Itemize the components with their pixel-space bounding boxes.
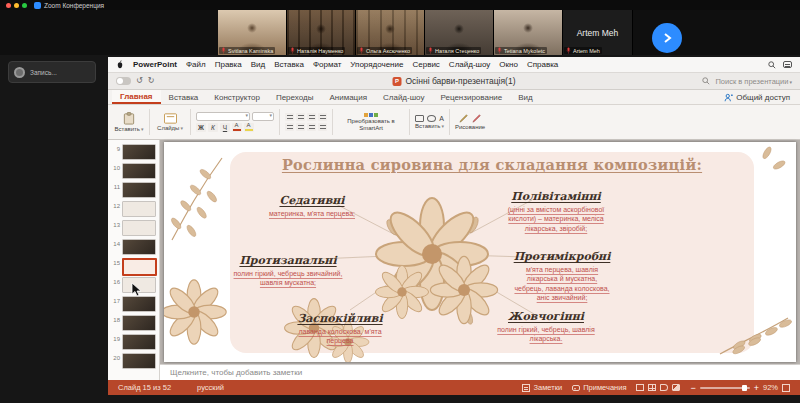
italic-button[interactable]: К	[208, 123, 218, 132]
undo-icon[interactable]: ↺	[136, 77, 143, 85]
video-tile[interactable]: Наталя Стеценко	[425, 10, 494, 55]
section-polyvitamin[interactable]: Полівітамінні (цінні за вмістом аскорбін…	[494, 190, 618, 233]
notes-toggle[interactable]: Заметки	[522, 383, 562, 392]
video-tile[interactable]: Ольга Аксюченко	[356, 10, 425, 55]
menu-item-help[interactable]: Справка	[527, 60, 558, 69]
menubar-status-icons	[768, 61, 792, 69]
paste-button[interactable]: Вставить	[114, 112, 144, 132]
tab-view[interactable]: Вид	[510, 90, 540, 104]
muted-mic-icon	[290, 47, 295, 54]
menu-item-insert[interactable]: Вставка	[274, 60, 304, 69]
participant-nameplate: Наталія Науменко	[288, 47, 345, 54]
slide-sorter-view-button[interactable]	[648, 384, 656, 391]
insert-shapes-group[interactable]: А Вставить	[415, 115, 444, 129]
document-title[interactable]: Осінні барви-презентація(1)	[406, 76, 516, 86]
convert-to-smartart-button[interactable]: Преобразовать в SmartArt	[338, 113, 404, 132]
zoom-level[interactable]: 92%	[763, 383, 778, 392]
menu-item-window[interactable]: Окно	[499, 60, 518, 69]
tab-insert[interactable]: Вставка	[161, 90, 207, 104]
tab-design[interactable]: Конструктор	[206, 90, 268, 104]
font-name-box[interactable]	[196, 112, 250, 121]
section-sedative[interactable]: Седативні материнка, м'ята перцева;	[267, 194, 357, 218]
section-antimicrobial[interactable]: Протимікробні м'ята перцева, шавлія ліка…	[513, 250, 611, 303]
underline-button[interactable]: Ч	[220, 123, 230, 132]
zoom-in-button[interactable]	[754, 383, 759, 393]
next-participants-button[interactable]	[652, 23, 682, 53]
menu-item-tools[interactable]: Сервис	[412, 60, 439, 69]
control-center-icon[interactable]	[783, 61, 792, 68]
search-icon[interactable]	[768, 61, 776, 69]
section-calming[interactable]: Заспокійливі лаванда колоскова, м'ята пе…	[294, 312, 386, 346]
numbering-button[interactable]	[296, 113, 305, 121]
slide-thumbnail-19[interactable]: 19	[108, 333, 159, 352]
search-in-presentation[interactable]: Поиск в презентации	[715, 77, 792, 86]
highlight-color-button[interactable]	[244, 123, 254, 132]
autosave-toggle[interactable]	[116, 77, 131, 85]
menu-item-view[interactable]: Вид	[251, 60, 265, 69]
slide-thumbnail-18[interactable]: 18	[108, 314, 159, 333]
tab-review[interactable]: Рецензирование	[432, 90, 510, 104]
slide-thumbnail-16[interactable]: 16	[108, 276, 159, 295]
align-left-button[interactable]	[285, 123, 294, 131]
shape-rect-icon	[415, 115, 424, 122]
slideshow-view-button[interactable]	[672, 384, 680, 391]
font-size-box[interactable]	[252, 112, 274, 121]
section-antiinflammatory[interactable]: Протизапальні полин гіркий, чебрець звич…	[233, 254, 343, 288]
tab-animations[interactable]: Анимация	[321, 90, 375, 104]
slide-thumbnail-9[interactable]: 9	[108, 143, 159, 162]
fit-to-window-button[interactable]	[782, 384, 790, 392]
slide-thumbnail-17[interactable]: 17	[108, 295, 159, 314]
zoom-slider[interactable]	[700, 387, 750, 389]
bold-button[interactable]: Ж	[196, 123, 206, 132]
tab-slideshow[interactable]: Слайд-шоу	[375, 90, 432, 104]
align-center-button[interactable]	[296, 123, 305, 131]
reading-view-button[interactable]	[660, 384, 668, 391]
slide-title[interactable]: Рослинна сировина для складання композиц…	[230, 156, 754, 173]
floating-widget[interactable]: Запись...	[8, 61, 96, 83]
indent-decrease-button[interactable]	[307, 113, 316, 121]
slide-thumbnail-11[interactable]: 11	[108, 181, 159, 200]
menu-item-arrange[interactable]: Упорядочение	[350, 60, 403, 69]
maximize-window-button[interactable]	[22, 3, 27, 8]
redo-icon[interactable]: ↻	[148, 77, 155, 85]
apple-menu-icon[interactable]	[116, 60, 124, 69]
slide-thumbnail-20[interactable]: 20	[108, 352, 159, 371]
tab-transitions[interactable]: Переходы	[268, 90, 322, 104]
font-color-button[interactable]	[232, 123, 242, 132]
search-icon[interactable]	[702, 77, 710, 85]
slide-thumbnail-10[interactable]: 10	[108, 162, 159, 181]
minimize-window-button[interactable]	[14, 3, 19, 8]
notes-pane[interactable]: Щелкните, чтобы добавить заметки	[160, 364, 800, 380]
video-tile[interactable]: Tetiana Mykoletc	[494, 10, 563, 55]
menu-item-format[interactable]: Формат	[313, 60, 341, 69]
new-slide-button[interactable]: Слайды	[155, 113, 185, 131]
slide-thumbnail-14[interactable]: 14	[108, 238, 159, 257]
share-button[interactable]: Общий доступ	[724, 90, 790, 104]
language-indicator[interactable]: русский	[197, 383, 224, 392]
zoom-slider-handle[interactable]	[742, 385, 747, 391]
slide-thumbnail-12[interactable]: 12	[108, 200, 159, 219]
current-slide[interactable]: Рослинна сировина для складання композиц…	[164, 142, 796, 362]
section-choleretic[interactable]: Жовчогінні полин гіркий, чебрець, шавлія…	[494, 310, 598, 344]
comments-toggle[interactable]: Примечания	[572, 383, 626, 392]
drawing-group[interactable]: Рисование	[455, 114, 485, 130]
indent-increase-button[interactable]	[318, 113, 327, 121]
slide-thumbnail-panel[interactable]: 9 10 11 12 13 14 15 16 17 18 19 20	[108, 140, 160, 380]
line-spacing-button[interactable]	[318, 123, 327, 131]
bullets-button[interactable]	[285, 113, 294, 121]
slide-thumbnail-15-selected[interactable]: 15	[108, 257, 159, 276]
menu-item-edit[interactable]: Правка	[215, 60, 242, 69]
menu-item-file[interactable]: Файл	[186, 60, 206, 69]
video-tile-audio-only[interactable]: Artem Meh Artem Meh	[563, 10, 633, 55]
zoom-out-button[interactable]	[690, 383, 695, 393]
menu-app-name[interactable]: PowerPoint	[133, 60, 177, 69]
normal-view-button[interactable]	[636, 384, 644, 391]
menu-item-slideshow[interactable]: Слайд-шоу	[449, 60, 490, 69]
slide-thumbnail-13[interactable]: 13	[108, 219, 159, 238]
video-tile[interactable]: Наталія Науменко	[287, 10, 356, 55]
tab-home[interactable]: Главная	[112, 90, 161, 104]
align-right-button[interactable]	[307, 123, 316, 131]
slide-canvas[interactable]: Рослинна сировина для складання композиц…	[160, 140, 800, 364]
video-tile[interactable]: Svitlana Kaminska	[218, 10, 287, 55]
close-window-button[interactable]	[6, 3, 11, 8]
